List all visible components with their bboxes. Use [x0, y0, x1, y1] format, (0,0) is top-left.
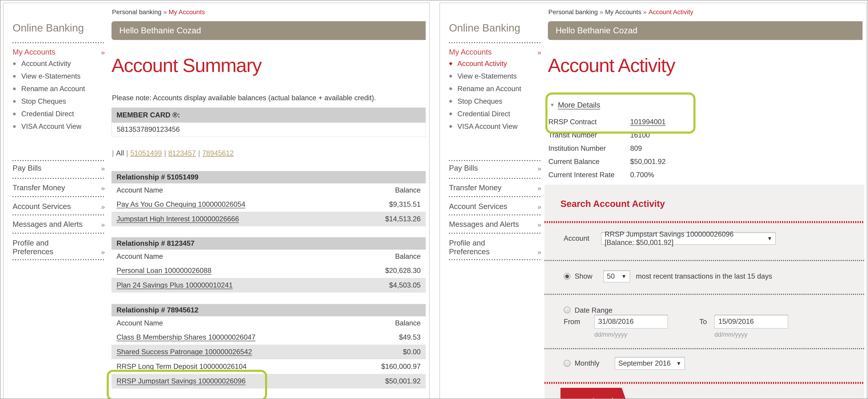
sidebar-item-profile-and-preferences[interactable]: Profile and Preferences » [449, 239, 541, 256]
sidebar-item-view-e-statements[interactable]: View e-Statements [450, 70, 542, 82]
bullet-icon [449, 112, 453, 116]
bullet-icon [13, 112, 16, 115]
sidebar-item-label: VISA Account View [458, 123, 518, 131]
sidebar-item-stop-cheques[interactable]: Stop Cheques [450, 95, 542, 107]
sidebar-item-account-activity[interactable]: Account Activity [450, 57, 542, 70]
sidebar-item-account-services[interactable]: Account Services » [449, 202, 541, 211]
account-link[interactable]: Plan 24 Savings Plus 100000010241 [117, 281, 232, 289]
balance-value: $50,001.92 [385, 377, 421, 385]
balance-value: $0.00 [403, 348, 421, 356]
sidebar-item-credential-direct[interactable]: Credential Direct [13, 107, 106, 120]
sidebar-item-credential-direct[interactable]: Credential Direct [450, 107, 542, 120]
sidebar-item-label: Pay Bills [12, 164, 41, 172]
bullet-icon [449, 125, 453, 128]
sidebar-item-visa-account-view[interactable]: VISA Account View [450, 120, 542, 133]
monthly-select-value: September 2016 [618, 359, 671, 367]
chevron-right-icon: » [537, 165, 541, 172]
from-date-input[interactable] [594, 315, 668, 328]
sidebar-subnav: Account Activity View e-Statements Renam… [13, 57, 106, 133]
sidebar-item-messages-and-alerts[interactable]: Messages and Alerts » [449, 220, 541, 229]
filter-relationship-link[interactable]: 8123457 [166, 149, 198, 157]
sidebar-item-label: Account Services [12, 202, 71, 211]
chevron-right-icon: » [537, 48, 541, 57]
filter-all[interactable]: All [114, 149, 126, 157]
account-link[interactable]: Personal Loan 100000026088 [117, 267, 211, 275]
more-details-link[interactable]: More Details [558, 101, 600, 109]
sidebar-item-transfer-money[interactable]: Transfer Money » [449, 184, 541, 192]
breadcrumb-my-accounts[interactable]: My Accounts [168, 8, 205, 15]
divider [12, 214, 105, 215]
sidebar-item-visa-account-view[interactable]: VISA Account View [13, 120, 106, 133]
monthly-radio[interactable] [564, 360, 570, 367]
to-date-input[interactable] [714, 315, 788, 328]
sidebar-item-label: VISA Account View [21, 123, 81, 131]
filter-relationship-link[interactable]: 78945612 [200, 149, 236, 157]
divider [449, 160, 541, 161]
breadcrumb-my-accounts[interactable]: My Accounts [605, 8, 641, 15]
triangle-down-icon: ▼ [550, 102, 555, 108]
detail-label: Institution Number [548, 144, 630, 153]
chevron-right-icon: » [537, 221, 541, 229]
detail-value: $50,001.92 [630, 158, 665, 166]
sidebar-item-my-accounts[interactable]: My Accounts » [449, 48, 541, 57]
divider [449, 214, 541, 215]
detail-label: RRSP Contract [548, 118, 630, 126]
column-balance: Balance [395, 253, 421, 261]
table-row: Plan 24 Savings Plus 100000010241 $4,503… [112, 278, 426, 293]
chevron-down-icon: ▼ [673, 360, 681, 367]
account-link[interactable]: Pay As You Go Chequing 100000026054 [117, 200, 245, 208]
account-link[interactable]: Class B Membership Shares 100000026047 [117, 333, 255, 341]
bullet-icon [13, 100, 16, 103]
show-radio[interactable] [564, 273, 570, 280]
sidebar-item-stop-cheques[interactable]: Stop Cheques [13, 95, 106, 107]
sidebar-item-view-e-statements[interactable]: View e-Statements [13, 70, 106, 82]
breadcrumb-separator: » [161, 8, 168, 15]
filter-relationship-link[interactable]: 51051499 [128, 149, 164, 157]
two-panel-screenshot: { "colors": { "accent_red": "#c5212b", "… [0, 0, 868, 399]
divider [449, 42, 541, 43]
sidebar-item-pay-bills[interactable]: Pay Bills » [12, 164, 105, 172]
column-account-name: Account Name [117, 186, 163, 194]
search-button[interactable]: » Search [560, 388, 629, 399]
sidebar-item-pay-bills[interactable]: Pay Bills » [449, 164, 541, 172]
balance-value: $9,315.51 [389, 200, 421, 208]
chevron-right-icon: » [537, 248, 541, 256]
table-row: Jumpstart High Interest 100000026666 $14… [112, 212, 426, 226]
account-link-rrsp-jumpstart[interactable]: RRSP Jumpstart Savings 100000026096 [117, 377, 246, 385]
detail-row: Current Interest Rate 0.700% [548, 168, 863, 181]
sidebar-item-label: View e-Statements [458, 72, 517, 80]
pipe-separator: | [126, 149, 128, 157]
detail-row: Transit Number 16100 [548, 129, 863, 142]
account-activity-panel: Online Banking My Accounts » Account Act… [440, 3, 866, 399]
bullet-icon [449, 100, 453, 103]
monthly-select[interactable]: September 2016 ▼ [615, 357, 685, 370]
sidebar-item-my-accounts[interactable]: My Accounts » [12, 48, 105, 57]
breadcrumb-account-activity[interactable]: Account Activity [648, 8, 693, 15]
sidebar-item-rename-an-account[interactable]: Rename an Account [13, 82, 106, 95]
sidebar-item-label: Rename an Account [21, 85, 85, 93]
divider [12, 259, 105, 260]
sidebar-item-messages-and-alerts[interactable]: Messages and Alerts » [12, 220, 105, 229]
more-details-row: ▼ More Details [550, 101, 600, 109]
detail-value: 809 [630, 144, 642, 153]
sidebar-item-transfer-money[interactable]: Transfer Money » [12, 184, 105, 192]
breadcrumb-personal-banking[interactable]: Personal banking [112, 8, 161, 15]
sidebar-item-account-services[interactable]: Account Services » [12, 202, 105, 211]
sidebar-item-profile-and-preferences[interactable]: Profile and Preferences » [12, 239, 105, 256]
sidebar-item-account-activity[interactable]: Account Activity [13, 57, 106, 70]
search-account-activity-panel: Search Account Activity Account RRSP Jum… [545, 185, 864, 399]
search-heading: Search Account Activity [560, 199, 665, 209]
sidebar-item-label: Credential Direct [458, 110, 510, 118]
account-link[interactable]: Jumpstart High Interest 100000026666 [117, 215, 239, 223]
table-row: Personal Loan 100000026088 $20,628.30 [112, 263, 426, 278]
account-link[interactable]: Shared Success Patronage 100000026542 [117, 348, 252, 356]
show-count-select[interactable]: 50 ▼ [603, 270, 630, 282]
greeting-bar: Hello Bethanie Cozad [548, 21, 863, 40]
sidebar-item-rename-an-account[interactable]: Rename an Account [450, 82, 542, 95]
account-select[interactable]: RRSP Jumpstart Savings 100000026096 [Bal… [601, 232, 776, 244]
breadcrumb-separator: » [598, 8, 605, 15]
breadcrumb-personal-banking[interactable]: Personal banking [548, 8, 598, 15]
sidebar-item-label: Account Services [449, 202, 507, 211]
rrsp-contract-link[interactable]: 101994001 [630, 118, 665, 126]
date-range-radio[interactable] [564, 306, 570, 313]
